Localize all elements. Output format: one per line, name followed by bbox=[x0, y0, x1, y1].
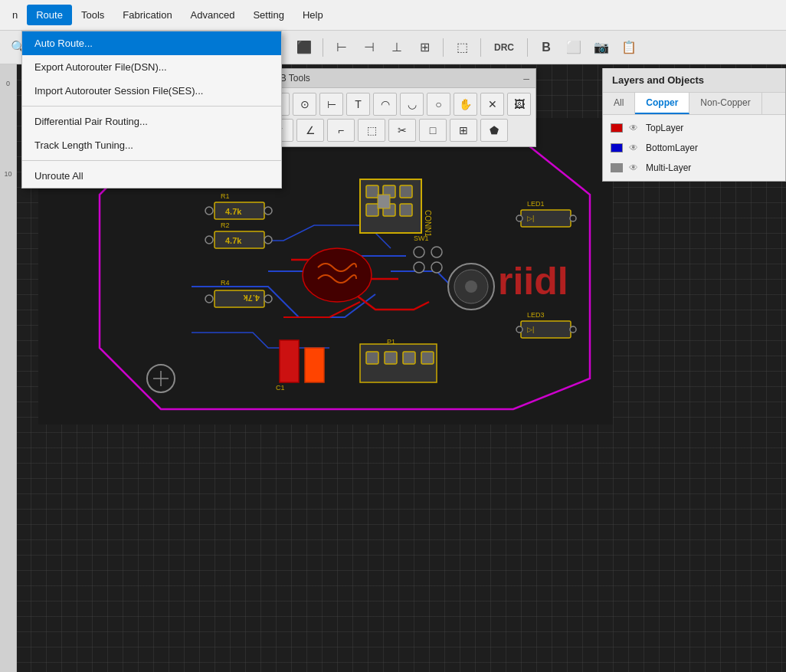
svg-text:P1: P1 bbox=[387, 338, 395, 346]
toolbar-sep-4 bbox=[480, 38, 481, 57]
tool-angle[interactable]: ∠ bbox=[296, 119, 324, 142]
toolbar-drc-btn[interactable]: DRC bbox=[487, 35, 521, 60]
tool-grid[interactable]: ⊞ bbox=[450, 119, 477, 142]
toolbar-ic-btn[interactable]: ⬜ bbox=[562, 35, 586, 60]
toolbar-sep-2 bbox=[323, 38, 323, 57]
tool-arc1[interactable]: ◠ bbox=[373, 93, 397, 116]
tool-scissors[interactable]: ✂ bbox=[388, 119, 416, 142]
route-dropdown-menu: Auto Route... Export Autorouter File(DSN… bbox=[21, 31, 282, 188]
layers-list: 👁 TopLayer 👁 BottomLayer 👁 Multi-Layer bbox=[603, 115, 785, 181]
tool-pin[interactable]: ⊢ bbox=[319, 93, 343, 116]
tool-cross[interactable]: ✕ bbox=[480, 93, 504, 116]
svg-point-20 bbox=[205, 207, 213, 215]
toolbar-3d-btn[interactable]: ⬚ bbox=[450, 35, 474, 60]
svg-text:C1: C1 bbox=[276, 384, 285, 392]
svg-point-25 bbox=[205, 236, 213, 244]
tool-circle[interactable]: ○ bbox=[427, 93, 450, 116]
tool-text[interactable]: T bbox=[346, 93, 370, 116]
bottomlayer-eye-icon[interactable]: 👁 bbox=[629, 143, 638, 153]
svg-point-40 bbox=[465, 280, 477, 293]
toolbar-align-center-btn[interactable]: ⊣ bbox=[357, 35, 382, 60]
menu-sep-2 bbox=[22, 160, 281, 161]
menu-sep-1 bbox=[22, 106, 281, 107]
menu-import-ses[interactable]: Import Autorouter Session File(SES)... bbox=[22, 79, 281, 103]
svg-rect-15 bbox=[378, 195, 390, 208]
ruler-tick: 0 bbox=[6, 80, 10, 87]
svg-point-36 bbox=[431, 262, 442, 273]
svg-text:R1: R1 bbox=[221, 192, 230, 200]
tab-copper[interactable]: Copper bbox=[635, 93, 689, 114]
toplayer-eye-icon[interactable]: 👁 bbox=[629, 123, 638, 133]
tool-dotted-rect[interactable]: ⬚ bbox=[358, 119, 385, 142]
tool-measure[interactable]: ⬟ bbox=[480, 119, 508, 142]
svg-text:R4: R4 bbox=[221, 279, 230, 287]
svg-rect-54 bbox=[403, 352, 415, 364]
toolbar-array-btn[interactable]: ⊞ bbox=[412, 35, 437, 60]
svg-text:R2: R2 bbox=[221, 221, 230, 229]
tool-via[interactable]: ⊙ bbox=[293, 93, 316, 116]
toolbar-sep-5 bbox=[527, 38, 528, 57]
svg-text:▷|: ▷| bbox=[527, 326, 534, 333]
svg-rect-12 bbox=[366, 204, 378, 216]
menu-export-dsn[interactable]: Export Autorouter File(DSN)... bbox=[22, 55, 281, 79]
toolbar-fill-btn[interactable]: ⬛ bbox=[292, 35, 316, 60]
menu-item-fabrication[interactable]: Fabrication bbox=[113, 5, 181, 25]
pcb-tools-close-btn[interactable]: – bbox=[523, 72, 529, 84]
layer-item-toplayer[interactable]: 👁 TopLayer bbox=[603, 118, 785, 138]
toolbar-export-btn[interactable]: 📋 bbox=[617, 35, 641, 60]
tool-hand[interactable]: ✋ bbox=[454, 93, 477, 116]
layers-tabs: All Copper Non-Copper bbox=[603, 93, 785, 115]
svg-point-33 bbox=[414, 247, 424, 257]
svg-point-45 bbox=[570, 215, 576, 221]
svg-text:4.7k: 4.7k bbox=[225, 236, 242, 245]
svg-text:LED3: LED3 bbox=[527, 311, 545, 319]
svg-rect-58 bbox=[305, 348, 324, 382]
menu-item-n[interactable]: n bbox=[3, 5, 27, 25]
svg-rect-9 bbox=[366, 185, 378, 198]
tool-rect[interactable]: □ bbox=[419, 119, 447, 142]
svg-point-26 bbox=[264, 236, 272, 244]
tool-wire-bend[interactable]: ⌐ bbox=[327, 119, 355, 142]
toolbar-distribute-btn[interactable]: ⊥ bbox=[385, 35, 409, 60]
menu-item-route[interactable]: Route bbox=[27, 5, 72, 25]
svg-rect-52 bbox=[366, 352, 378, 364]
svg-point-35 bbox=[414, 262, 424, 273]
menu-diff-pair-routing[interactable]: Differential Pair Routing... bbox=[22, 110, 281, 133]
ruler-tick: 10 bbox=[4, 170, 11, 178]
pcb-tools-panel: PCB Tools – ╱ ⊙ ⊢ T ◠ ◡ ○ ✋ ✕ 🖼 ↱ bbox=[260, 68, 536, 147]
toolbar-cam-btn[interactable]: 📷 bbox=[589, 35, 614, 60]
menu-item-setting[interactable]: Setting bbox=[244, 5, 293, 25]
layers-header: Layers and Objects bbox=[603, 68, 785, 93]
svg-text:▷|: ▷| bbox=[527, 215, 534, 222]
svg-point-50 bbox=[570, 326, 576, 333]
multilayer-label: Multi-Layer bbox=[646, 162, 691, 173]
menu-unroute-all[interactable]: Unroute All bbox=[22, 164, 281, 188]
svg-rect-57 bbox=[280, 340, 299, 382]
menu-item-advanced[interactable]: Advanced bbox=[182, 5, 244, 25]
svg-point-31 bbox=[264, 295, 272, 303]
menu-track-length-tuning[interactable]: Track Length Tuning... bbox=[22, 133, 281, 157]
svg-text:LED1: LED1 bbox=[527, 200, 545, 208]
multilayer-color bbox=[611, 163, 623, 172]
menu-item-tools[interactable]: Tools bbox=[72, 5, 113, 25]
tab-non-copper[interactable]: Non-Copper bbox=[689, 93, 761, 114]
svg-point-37 bbox=[303, 248, 372, 302]
menu-auto-route[interactable]: Auto Route... bbox=[22, 31, 281, 55]
layer-item-bottomlayer[interactable]: 👁 BottomLayer bbox=[603, 138, 785, 158]
menubar: n Route Tools Fabrication Advanced Setti… bbox=[0, 0, 786, 31]
toolbar-b-btn[interactable]: B bbox=[534, 35, 558, 60]
svg-text:4.7k: 4.7k bbox=[243, 293, 260, 303]
layer-item-multilayer[interactable]: 👁 Multi-Layer bbox=[603, 158, 785, 178]
menu-item-help[interactable]: Help bbox=[293, 5, 332, 25]
svg-point-44 bbox=[516, 215, 522, 221]
svg-rect-55 bbox=[421, 352, 434, 364]
multilayer-eye-icon[interactable]: 👁 bbox=[629, 162, 638, 173]
pcb-tools-titlebar: PCB Tools – bbox=[261, 69, 535, 88]
svg-point-34 bbox=[431, 247, 442, 257]
toolbar-align-left-btn[interactable]: ⊢ bbox=[329, 35, 354, 60]
tab-all[interactable]: All bbox=[603, 93, 635, 114]
svg-text:SW1: SW1 bbox=[414, 234, 429, 242]
svg-point-21 bbox=[264, 207, 272, 215]
tool-image[interactable]: 🖼 bbox=[507, 93, 531, 116]
tool-arc2[interactable]: ◡ bbox=[400, 93, 424, 116]
